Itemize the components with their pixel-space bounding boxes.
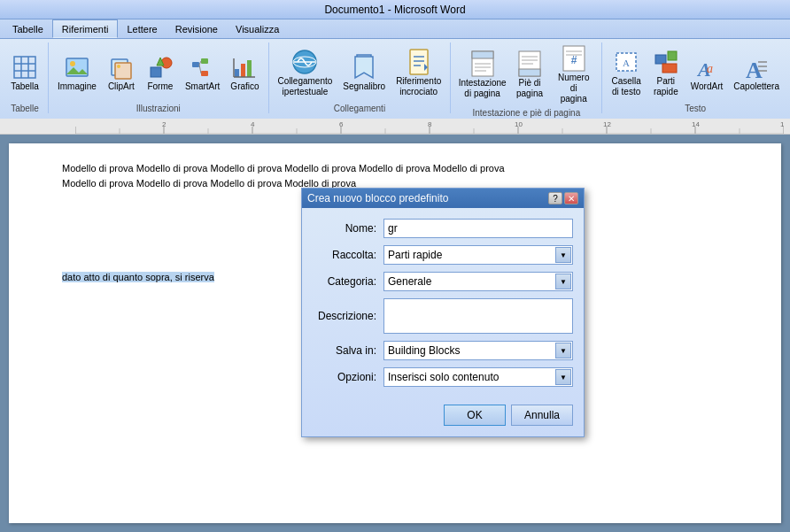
- group-intestazione: Intestazionedi pagina Piè dipagina: [451, 42, 602, 113]
- dialog-crea-blocco: Crea nuovo blocco predefinito ? ✕ Nome:: [301, 188, 585, 437]
- svg-rect-14: [201, 58, 208, 64]
- intestazione-label: Intestazionedi pagina: [459, 78, 507, 99]
- svg-rect-10: [151, 67, 161, 77]
- tab-revisione[interactable]: Revisione: [167, 20, 227, 38]
- group-label-illustrazioni: Illustrazioni: [54, 104, 263, 113]
- link-icon: [290, 48, 319, 76]
- categoria-select-wrapper: Generale ▼: [383, 272, 573, 291]
- btn-riferimento[interactable]: Riferimentoincrociato: [392, 46, 445, 99]
- opzioni-label: Opzioni:: [313, 371, 383, 383]
- document-area: Modello di prova Modello di prova Modell…: [0, 135, 790, 532]
- smartart-label: SmartArt: [185, 81, 220, 92]
- dialog-row-raccolta: Raccolta: Parti rapide ▼: [313, 245, 573, 265]
- btn-wordart[interactable]: A a WordArt: [687, 51, 727, 94]
- ribbon-content: Tabella Tabelle Immagine: [0, 39, 790, 119]
- dialog-body: Nome: Raccolta: Parti rapide ▼: [302, 208, 584, 436]
- svg-text:8: 8: [428, 120, 432, 128]
- ref-icon: [405, 48, 433, 76]
- btn-casella[interactable]: A Caselladi testo: [608, 46, 644, 99]
- dialog-row-opzioni: Opzioni: Inserisci solo contenuto ▼: [313, 367, 573, 387]
- group-illustrazioni: Immagine ClipArt: [49, 42, 269, 113]
- svg-text:10: 10: [515, 120, 523, 128]
- tabelle-items: Tabella: [7, 42, 43, 102]
- svg-text:A: A: [623, 58, 630, 68]
- svg-text:#: #: [570, 54, 577, 66]
- svg-rect-18: [235, 69, 239, 77]
- salva-select-wrapper: Building Blocks ▼: [383, 341, 573, 360]
- group-label-collegamenti: Collegamenti: [275, 104, 445, 113]
- tab-riferimenti[interactable]: Riferimenti: [52, 19, 119, 38]
- riferimento-label: Riferimentoincrociato: [396, 76, 441, 97]
- clipart-label: ClipArt: [108, 81, 135, 92]
- immagine-label: Immagine: [58, 81, 97, 92]
- btn-tabella[interactable]: Tabella: [7, 51, 43, 94]
- svg-rect-39: [519, 69, 540, 76]
- btn-immagine[interactable]: Immagine: [54, 51, 100, 94]
- descrizione-textarea[interactable]: [383, 298, 573, 334]
- svg-rect-28: [410, 50, 428, 74]
- dialog-row-categoria: Categoria: Generale ▼: [313, 272, 573, 291]
- casella-label: Caselladi testo: [611, 76, 640, 97]
- svg-rect-49: [655, 55, 666, 64]
- btn-collegamento[interactable]: Collegamentoipertestuale: [275, 46, 337, 99]
- forme-icon: [146, 53, 174, 81]
- btn-smartart[interactable]: SmartArt: [182, 51, 223, 94]
- svg-rect-20: [247, 60, 252, 77]
- btn-clipart[interactable]: ClipArt: [104, 51, 139, 94]
- drop-cap-icon: A: [742, 53, 771, 81]
- tabella-label: Tabella: [11, 81, 39, 92]
- salva-select[interactable]: Building Blocks: [383, 341, 573, 360]
- page: Modello di prova Modello di prova Modell…: [9, 143, 781, 523]
- btn-intestazione[interactable]: Intestazionedi pagina: [456, 48, 508, 101]
- ok-button[interactable]: OK: [444, 405, 506, 426]
- svg-rect-13: [192, 62, 199, 67]
- svg-text:12: 12: [603, 120, 611, 128]
- categoria-label: Categoria:: [313, 275, 383, 288]
- svg-line-16: [199, 61, 201, 65]
- btn-parti[interactable]: Partirapide: [648, 46, 684, 99]
- btn-segnalibro[interactable]: Segnalibro: [339, 51, 389, 94]
- numero-label: Numero dipagina: [554, 73, 592, 104]
- wordart-icon: A a: [693, 53, 721, 81]
- btn-pie[interactable]: Piè dipagina: [512, 48, 547, 101]
- raccolta-select[interactable]: Parti rapide: [383, 245, 573, 265]
- opzioni-select[interactable]: Inserisci solo contenuto: [383, 367, 573, 387]
- tab-visualizza[interactable]: Visualizza: [227, 20, 288, 38]
- svg-line-17: [199, 65, 201, 73]
- group-testo: A Caselladi testo Partirapide: [602, 42, 788, 113]
- svg-point-6: [70, 61, 75, 66]
- clipart-icon: [107, 53, 136, 81]
- svg-text:6: 6: [339, 120, 344, 128]
- group-collegamenti: Collegamentoipertestuale Segnalibro: [269, 42, 452, 113]
- dialog-help-button[interactable]: ?: [548, 192, 562, 204]
- testo-items: A Caselladi testo Partirapide: [608, 42, 783, 102]
- tab-lettere[interactable]: Lettere: [118, 20, 166, 38]
- raccolta-select-wrapper: Parti rapide ▼: [383, 245, 573, 265]
- btn-capolettera[interactable]: A Capolettera: [730, 51, 783, 94]
- dialog-row-salva: Salva in: Building Blocks ▼: [313, 341, 573, 360]
- salva-label: Salva in:: [313, 344, 383, 357]
- dialog-title-buttons: ? ✕: [548, 192, 578, 204]
- svg-text:2: 2: [162, 120, 167, 128]
- cancel-button[interactable]: Annulla: [511, 405, 573, 426]
- btn-grafico[interactable]: Grafico: [227, 51, 262, 94]
- tab-tabelle[interactable]: Tabelle: [4, 20, 52, 38]
- dialog-close-button[interactable]: ✕: [564, 192, 578, 204]
- svg-point-9: [117, 65, 120, 68]
- dialog-title: Crea nuovo blocco predefinito: [307, 192, 448, 204]
- dialog-overlay: Crea nuovo blocco predefinito ? ✕ Nome:: [9, 143, 781, 523]
- svg-marker-27: [355, 57, 373, 78]
- table-icon: [11, 53, 39, 81]
- btn-forme[interactable]: Forme: [143, 51, 178, 94]
- capolettera-label: Capolettera: [733, 81, 779, 92]
- svg-text:4: 4: [251, 120, 255, 128]
- btn-numero[interactable]: # Numero dipagina: [551, 42, 596, 106]
- svg-rect-15: [201, 71, 208, 76]
- svg-rect-0: [14, 57, 35, 78]
- nome-input[interactable]: [383, 219, 573, 238]
- categoria-select[interactable]: Generale: [383, 272, 573, 291]
- textbox-icon: A: [612, 48, 640, 76]
- illustrazioni-items: Immagine ClipArt: [54, 42, 263, 102]
- page-num-icon: #: [560, 44, 588, 73]
- ruler-marks: // Not needed - will use inline SVG tick…: [0, 119, 790, 134]
